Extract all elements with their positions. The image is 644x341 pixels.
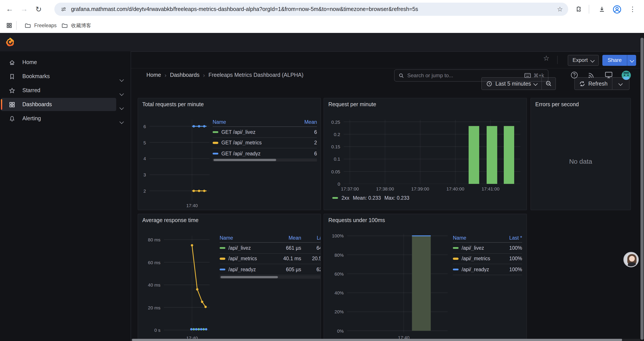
sidebar-item-starred[interactable]: Starred: [1, 84, 116, 97]
zoom-out-button[interactable]: [542, 78, 556, 90]
legend-inline[interactable]: 2xx Mean: 0.233 Max: 0.233: [332, 195, 410, 201]
breadcrumb-home[interactable]: Home: [146, 72, 161, 78]
legend-col-name[interactable]: Name: [212, 119, 291, 124]
legend-row[interactable]: /api/_livez 100%: [453, 243, 522, 253]
bell-icon: [9, 115, 15, 122]
y-axis-tick: 60%: [324, 271, 344, 276]
bookmarks-divider: [16, 21, 17, 30]
vertical-scrollbar[interactable]: [640, 33, 644, 341]
chevron-down-icon[interactable]: [120, 75, 123, 83]
legend-row[interactable]: GET /api/_metrics 2: [212, 138, 317, 148]
legend-scrollbar[interactable]: [212, 158, 317, 162]
y-axis-tick: 40 ms: [138, 282, 160, 287]
sidebar-item-bookmarks[interactable]: Bookmarks: [1, 70, 116, 83]
legend-row[interactable]: /api/_readyz 605 µs 620: [220, 264, 321, 275]
search-icon: [398, 73, 404, 78]
legend-scrollbar[interactable]: [220, 276, 321, 279]
profile-icon[interactable]: [612, 5, 622, 14]
grafana-logo[interactable]: [5, 37, 15, 47]
star-icon: [9, 87, 15, 94]
vertical-scrollbar-thumb[interactable]: [640, 38, 643, 340]
panel-title: Average response time: [142, 217, 198, 223]
floating-assistant-avatar[interactable]: [623, 252, 638, 267]
refresh-interval-chevron[interactable]: [612, 78, 629, 90]
site-settings-icon[interactable]: [60, 6, 67, 12]
extensions-icon[interactable]: [574, 5, 582, 14]
breadcrumb-dashboards[interactable]: Dashboards: [170, 72, 200, 78]
active-indicator: [1, 99, 2, 110]
series-swatch: [453, 268, 458, 270]
series-name: GET /api/_metrics: [222, 140, 262, 146]
legend-col-mean[interactable]: Mean: [291, 119, 317, 124]
url-text: grafana.mathmast.com/d/deytv4rwavabkb/fr…: [71, 6, 557, 12]
panel-errors-per-second[interactable]: Errors per second No data: [530, 98, 631, 210]
series-name: 2xx: [342, 195, 350, 201]
refresh-button[interactable]: Refresh: [575, 78, 612, 90]
y-axis-tick: 5: [138, 140, 146, 145]
sidebar-item-home[interactable]: Home: [1, 56, 116, 69]
favorite-star-icon[interactable]: ☆: [543, 54, 550, 62]
series-name: /api/_livez: [462, 245, 484, 251]
avatar-pixel-eye: [627, 75, 629, 76]
legend-col-last[interactable]: Las: [301, 235, 321, 240]
horizontal-scrollbar[interactable]: [131, 338, 640, 341]
no-data-message: No data: [531, 158, 630, 165]
x-axis-tick: 17:40: [177, 203, 207, 208]
legend-col-name[interactable]: Name: [220, 235, 273, 240]
panel-total-requests-per-minute[interactable]: Total requests per minute Name Mean GET …: [138, 98, 321, 210]
panel-average-response-time[interactable]: Average response time Name Mean Las /api…: [138, 214, 321, 341]
export-button[interactable]: Export: [568, 55, 599, 66]
chevron-down-icon[interactable]: [120, 89, 123, 97]
share-button[interactable]: Share: [602, 55, 636, 66]
share-menu-chevron[interactable]: [627, 55, 636, 66]
bookmark-folder-freeleaps[interactable]: Freeleaps: [21, 20, 60, 31]
sidebar-item-alerting[interactable]: Alerting: [1, 112, 116, 125]
apps-grid-icon[interactable]: [5, 22, 13, 30]
y-axis-tick: 80%: [324, 252, 344, 257]
legend-row[interactable]: GET /api/_livez 6: [212, 127, 317, 138]
x-axis-tick: 17:40:00: [440, 186, 470, 191]
legend-row[interactable]: /api/_livez 661 µs 646: [220, 243, 321, 253]
y-axis-tick: 6: [138, 124, 146, 129]
browser-forward-button[interactable]: →: [20, 5, 28, 14]
legend-col-mean[interactable]: Mean: [273, 235, 301, 240]
x-axis-tick: 17:39:00: [405, 186, 436, 191]
timeseries-plot[interactable]: [164, 236, 210, 333]
y-axis-tick: 3: [138, 172, 146, 177]
chevron-down-icon[interactable]: [120, 103, 123, 111]
area-plot[interactable]: [347, 234, 448, 333]
sidebar-item-dashboards[interactable]: Dashboards: [1, 98, 116, 111]
zoom-out-icon: [546, 80, 552, 87]
barchart-plot[interactable]: [344, 120, 520, 184]
bookmark-star-icon[interactable]: ☆: [557, 5, 563, 13]
series-last: 100%: [495, 267, 522, 272]
avatar-pixel-eye: [624, 75, 625, 76]
panel-request-per-minute[interactable]: Request per minute 2xx Mean: 0.233 Max: …: [324, 98, 527, 210]
legend-col-name[interactable]: Name: [453, 235, 495, 240]
dashboards-grid-icon: [9, 101, 15, 108]
downloads-icon[interactable]: [598, 5, 606, 14]
bookmark-folder-blogs[interactable]: 收藏博客: [58, 20, 95, 31]
legend-row[interactable]: /api/_metrics 40.1 ms 20.5 r: [220, 253, 321, 264]
legend-row[interactable]: /api/_readyz 100%: [453, 264, 522, 275]
legend-row[interactable]: GET /api/_readyz 6: [212, 148, 317, 159]
breadcrumb-separator: ›: [161, 72, 170, 78]
time-range-picker[interactable]: Last 5 minutes: [482, 78, 542, 90]
legend-col-last[interactable]: Last *: [495, 235, 522, 240]
browser-back-button[interactable]: ←: [5, 5, 14, 14]
y-axis-tick: 2: [138, 188, 146, 194]
horizontal-scrollbar-thumb[interactable]: [132, 339, 622, 341]
legend-row[interactable]: /api/_metrics 100%: [453, 253, 522, 264]
legend-table: Name Mean Las /api/_livez 661 µs 646 /ap…: [220, 233, 321, 275]
x-axis-tick: 17:41:00: [475, 186, 506, 191]
y-axis-tick: 0.05: [324, 169, 340, 174]
chevron-down-icon[interactable]: [120, 117, 123, 125]
browser-menu-icon[interactable]: ⋮: [629, 5, 636, 14]
y-axis-tick: 60 ms: [138, 260, 160, 265]
sidebar-item-label: Starred: [22, 87, 40, 94]
address-bar[interactable]: grafana.mathmast.com/d/deytv4rwavabkb/fr…: [54, 3, 568, 16]
timeseries-plot[interactable]: [150, 120, 210, 201]
browser-reload-button[interactable]: ↻: [34, 5, 43, 14]
panel-requests-under-100ms[interactable]: Requests under 100ms Name Last * /api/_l…: [324, 214, 527, 341]
sidebar-item-label: Home: [22, 59, 37, 65]
